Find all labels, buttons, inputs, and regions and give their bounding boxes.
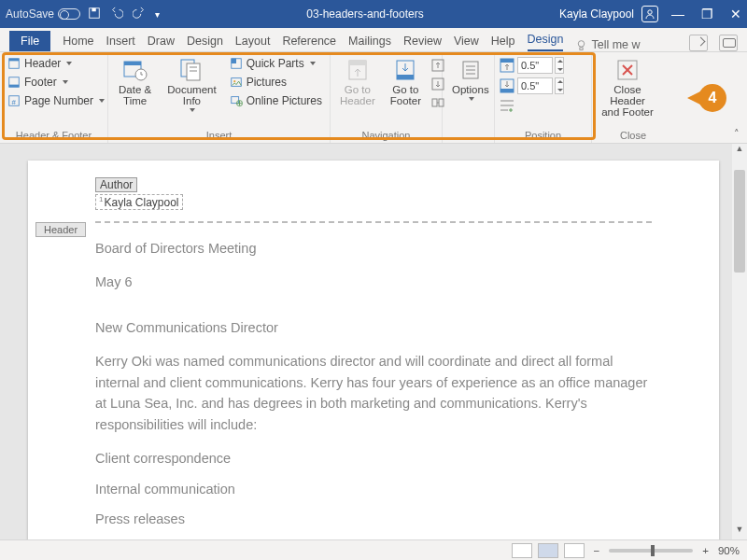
date-time-button[interactable]: Date & Time: [112, 55, 158, 109]
tab-design[interactable]: Design: [187, 31, 223, 51]
footer-label: Footer: [24, 76, 57, 89]
tab-mailings[interactable]: Mailings: [348, 31, 391, 51]
group-close: Close Header and Footer Close: [592, 52, 674, 143]
pictures-button[interactable]: Pictures: [226, 74, 326, 91]
tab-references[interactable]: Reference: [282, 31, 336, 51]
goto-footer-button[interactable]: Go to Footer: [385, 55, 427, 109]
doc-date: May 6: [95, 272, 652, 292]
title-bar: AutoSave ▾ 03-headers-and-footers Kayla …: [0, 0, 747, 28]
svg-rect-22: [231, 97, 238, 104]
header-top-icon: [499, 57, 515, 74]
header-top-input[interactable]: 0.5": [517, 57, 553, 74]
user-avatar-icon: [641, 6, 658, 22]
group-navigation: Go to Header Go to Footer Navigation: [331, 52, 443, 143]
svg-point-3: [579, 40, 585, 47]
tell-me[interactable]: Tell me w: [575, 38, 640, 51]
zoom-level[interactable]: 90%: [718, 545, 740, 556]
calendar-clock-icon: [122, 58, 148, 82]
tab-insert[interactable]: Insert: [106, 31, 135, 51]
svg-rect-1: [92, 7, 95, 11]
footer-bottom-input[interactable]: 0.5": [517, 77, 553, 94]
read-mode-button[interactable]: [512, 543, 532, 558]
minimize-button[interactable]: —: [671, 7, 684, 21]
header-tab-label: Header: [35, 222, 86, 237]
tell-me-label: Tell me w: [591, 38, 640, 51]
collapse-ribbon-icon[interactable]: ˄: [734, 128, 740, 140]
svg-rect-30: [432, 99, 437, 106]
undo-icon[interactable]: [110, 7, 123, 22]
user-area[interactable]: Kayla Claypool: [559, 6, 658, 22]
options-icon: [458, 58, 484, 82]
svg-rect-8: [9, 85, 20, 88]
group-label-position: Position: [499, 128, 587, 143]
svg-rect-38: [500, 59, 514, 63]
tab-draw[interactable]: Draw: [148, 31, 175, 51]
insert-alignment-tab[interactable]: [499, 98, 564, 116]
goto-header-button: Go to Header: [334, 55, 381, 109]
web-layout-button[interactable]: [564, 543, 585, 558]
zoom-in-button[interactable]: +: [702, 545, 709, 556]
footer-button[interactable]: Footer: [4, 74, 108, 91]
goto-header-label: Go to Header: [340, 84, 375, 106]
svg-rect-19: [231, 59, 235, 63]
scroll-down-icon[interactable]: ▼: [732, 525, 747, 539]
svg-rect-40: [500, 89, 514, 92]
goto-header-icon: [345, 58, 371, 82]
header-edit-zone[interactable]: ​Author​ Kayla Claypool Header: [28, 161, 719, 229]
page-number-button[interactable]: #Page Number: [4, 92, 108, 109]
tab-help[interactable]: Help: [491, 31, 515, 51]
tab-header-footer-design[interactable]: Design: [528, 29, 564, 51]
footer-from-bottom: 0.5": [499, 77, 564, 94]
autosave-toggle[interactable]: AutoSave: [6, 7, 80, 21]
window-controls: — ❐ ✕: [671, 7, 741, 21]
close-x-icon: [614, 58, 641, 82]
field-code-author[interactable]: ​Author​: [95, 177, 137, 192]
user-name: Kayla Claypool: [559, 7, 634, 21]
close-button[interactable]: ✕: [730, 7, 741, 21]
header-label: Header: [24, 57, 61, 70]
toggle-off-icon: [58, 8, 80, 20]
pictures-label: Pictures: [247, 76, 287, 89]
online-pictures-button[interactable]: Online Pictures: [226, 92, 326, 109]
footer-bottom-spinner[interactable]: [555, 77, 564, 94]
group-position: 0.5" 0.5" Position: [495, 52, 592, 143]
header-from-top: 0.5": [499, 57, 564, 74]
comments-button[interactable]: [719, 35, 738, 51]
scroll-up-icon[interactable]: ▲: [732, 144, 747, 159]
svg-rect-27: [397, 75, 414, 79]
scroll-thumb[interactable]: [734, 170, 745, 273]
options-button[interactable]: Options: [446, 55, 495, 104]
ribbon-tabs: File Home Insert Draw Design Layout Refe…: [0, 28, 747, 52]
svg-rect-25: [349, 61, 366, 65]
header-button[interactable]: Header: [4, 55, 108, 72]
zoom-slider[interactable]: [609, 549, 693, 553]
header-top-spinner[interactable]: [555, 57, 564, 74]
print-layout-button[interactable]: [538, 543, 558, 558]
group-label-insert: Insert: [112, 128, 326, 143]
tab-view[interactable]: View: [454, 31, 479, 51]
doc-paragraph: Kerry Oki was named communications direc…: [95, 351, 652, 435]
lightbulb-icon: [575, 39, 587, 51]
tab-home[interactable]: Home: [63, 31, 93, 51]
bullet-2: Internal communication: [95, 479, 652, 499]
page-number-label: Page Number: [24, 94, 93, 107]
redo-icon[interactable]: [133, 7, 146, 22]
goto-footer-label: Go to Footer: [390, 84, 421, 106]
field-result-author[interactable]: Kayla Claypool: [95, 194, 183, 210]
svg-rect-4: [580, 47, 583, 49]
restore-button[interactable]: ❐: [701, 7, 713, 21]
vertical-scrollbar[interactable]: ▲ ▼: [732, 144, 747, 539]
document-info-button[interactable]: Document Info: [162, 55, 221, 115]
group-label-nav: Navigation: [334, 128, 438, 143]
svg-rect-15: [187, 63, 200, 80]
save-icon[interactable]: [88, 7, 101, 22]
zoom-out-button[interactable]: −: [594, 545, 600, 556]
quick-parts-button[interactable]: Quick Parts: [226, 55, 326, 72]
page[interactable]: ​Author​ Kayla Claypool Header Board of …: [28, 161, 719, 539]
qat-more-icon[interactable]: ▾: [155, 9, 160, 20]
close-hf-button[interactable]: Close Header and Footer: [596, 55, 659, 120]
tab-layout[interactable]: Layout: [235, 31, 271, 51]
tab-review[interactable]: Review: [403, 31, 442, 51]
share-button[interactable]: [689, 35, 708, 51]
tab-file[interactable]: File: [9, 31, 50, 51]
